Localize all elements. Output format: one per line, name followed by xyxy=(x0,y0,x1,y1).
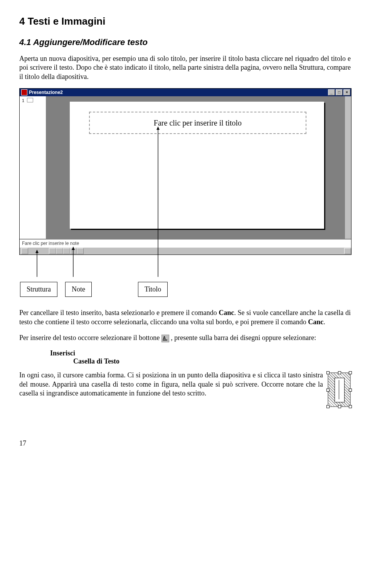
minimize-icon: _ xyxy=(328,89,335,95)
slide-view-icon xyxy=(63,248,70,254)
page-number: 17 xyxy=(19,439,351,447)
subsection-heading: 4.1 Aggiungere/Modificare testo xyxy=(19,37,351,47)
title-placeholder: Fare clic per inserire il titolo xyxy=(89,112,306,134)
slide-canvas: Fare clic per inserire il titolo xyxy=(70,102,324,229)
slideshow-view-icon xyxy=(77,248,84,254)
window-titlebar: Presentazione2 _ □ × xyxy=(20,89,351,96)
normal-view-icon xyxy=(49,248,56,254)
label-note: Note xyxy=(65,282,92,297)
outline-pane: 1 xyxy=(20,96,47,239)
notes-placeholder: Fare clic per inserire le note xyxy=(20,239,351,247)
view-buttons xyxy=(49,248,84,254)
powerpoint-window: Presentazione2 _ □ × 1 Fare clic per ins… xyxy=(19,88,352,255)
label-struttura: Struttura xyxy=(20,282,57,297)
menu-path-level1: Inserisci xyxy=(50,349,351,357)
callout-labels: Struttura Note Titolo xyxy=(19,282,351,297)
menu-path-level2: Casella di Testo xyxy=(73,357,351,365)
slide-pane: Fare clic per inserire il titolo xyxy=(47,96,345,239)
screenshot-figure: Presentazione2 _ □ × 1 Fare clic per ins… xyxy=(19,88,351,255)
status-bar xyxy=(20,247,351,255)
textbox-toolbar-icon xyxy=(161,335,169,342)
textbox-figure xyxy=(328,372,351,407)
scroll-right-icon xyxy=(344,248,351,254)
paragraph-cancel: Per cancellare il testo inserito, basta … xyxy=(19,308,351,327)
scroll-left-icon xyxy=(21,248,28,254)
paragraph-intro: Aperta un nuova diapositiva, per esempio… xyxy=(19,54,351,81)
label-titolo: Titolo xyxy=(138,282,168,297)
outline-view-icon xyxy=(56,248,63,254)
sorter-view-icon xyxy=(70,248,77,254)
close-icon: × xyxy=(343,89,350,95)
slide-number: 1 xyxy=(21,98,25,103)
paragraph-insert-button: Per inserire del testo occorre seleziona… xyxy=(19,333,351,342)
paragraph-cursor: In ogni caso, il cursore cambia forma. C… xyxy=(19,371,351,398)
slide-thumb-icon xyxy=(27,98,33,102)
vertical-scrollbar xyxy=(345,96,351,239)
section-heading: 4 Testi e Immagini xyxy=(19,15,351,27)
window-title: Presentazione2 xyxy=(29,90,63,95)
app-icon xyxy=(21,89,27,95)
maximize-icon: □ xyxy=(336,89,343,95)
